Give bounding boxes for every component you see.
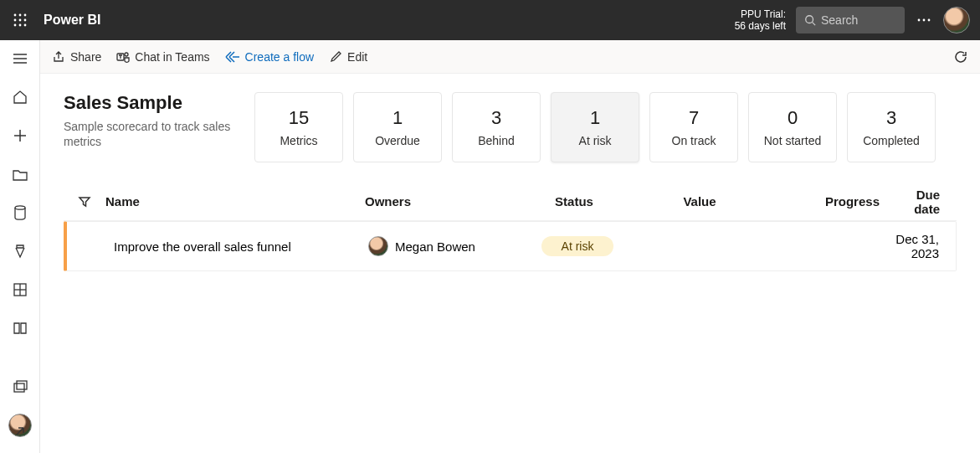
- share-icon: [52, 50, 65, 64]
- card-label: Behind: [478, 134, 515, 147]
- summary-card-at-risk[interactable]: 1At risk: [551, 92, 639, 162]
- trial-line1: PPU Trial:: [735, 8, 786, 20]
- svg-point-26: [125, 53, 128, 56]
- summary-card-not-started[interactable]: 0Not started: [748, 92, 837, 162]
- svg-rect-23: [14, 384, 24, 392]
- summary-card-completed[interactable]: 3Completed: [847, 92, 936, 162]
- main-area: Share Chat in Teams Create a flow Edit: [40, 40, 980, 453]
- card-value: 1: [590, 107, 600, 129]
- card-label: Overdue: [375, 134, 420, 147]
- chat-teams-label: Chat in Teams: [135, 50, 209, 64]
- card-label: At risk: [579, 134, 612, 147]
- apps-icon[interactable]: [7, 276, 33, 303]
- learn-icon[interactable]: [7, 315, 33, 342]
- create-flow-label: Create a flow: [245, 50, 314, 64]
- svg-point-9: [806, 16, 813, 23]
- svg-point-19: [15, 206, 25, 209]
- search-input[interactable]: [821, 13, 888, 27]
- card-value: 1: [393, 107, 403, 129]
- card-value: 15: [289, 107, 309, 129]
- table-header: Name Owners Status Value Progress Due da…: [64, 183, 957, 221]
- page-subtitle: Sample scorecard to track sales metrics: [64, 119, 239, 149]
- owner-avatar: [368, 236, 388, 256]
- chat-teams-button[interactable]: Chat in Teams: [116, 50, 209, 64]
- card-value: 3: [491, 107, 501, 129]
- svg-point-2: [24, 14, 27, 17]
- svg-point-6: [14, 24, 17, 27]
- user-avatar[interactable]: [943, 7, 970, 33]
- search-icon: [804, 14, 816, 26]
- svg-point-0: [14, 14, 17, 17]
- col-header-value[interactable]: Value: [637, 194, 762, 208]
- left-nav-rail: [0, 40, 40, 453]
- expand-rail-icon[interactable]: [7, 418, 33, 445]
- card-label: Not started: [764, 134, 821, 147]
- trial-line2: 56 days left: [735, 20, 786, 32]
- card-value: 0: [788, 107, 798, 129]
- col-header-owners[interactable]: Owners: [365, 194, 511, 208]
- summary-card-on-track[interactable]: 7On track: [649, 92, 738, 162]
- more-options-icon[interactable]: [916, 13, 931, 28]
- svg-point-7: [19, 24, 22, 27]
- edit-button[interactable]: Edit: [329, 50, 367, 64]
- svg-point-13: [928, 19, 931, 22]
- table-row[interactable]: Improve the overall sales funnelMegan Bo…: [64, 221, 957, 271]
- filter-icon[interactable]: [78, 195, 91, 208]
- content-area: Sales Sample Sample scorecard to track s…: [40, 74, 980, 453]
- summary-card-behind[interactable]: 3Behind: [452, 92, 541, 162]
- svg-rect-24: [17, 381, 27, 389]
- card-value: 3: [886, 107, 896, 129]
- create-flow-button[interactable]: Create a flow: [225, 50, 314, 64]
- summary-card-metrics[interactable]: 15Metrics: [254, 92, 343, 162]
- app-launcher-icon[interactable]: [7, 7, 33, 33]
- flow-icon: [225, 51, 240, 63]
- metrics-table: Name Owners Status Value Progress Due da…: [64, 183, 957, 271]
- workspaces-icon[interactable]: [7, 373, 33, 400]
- row-due-date: Dec 31, 2023: [891, 232, 956, 260]
- card-value: 7: [689, 107, 699, 129]
- svg-point-4: [19, 19, 22, 22]
- edit-icon: [329, 50, 342, 64]
- edit-label: Edit: [347, 50, 367, 64]
- browse-icon[interactable]: [7, 161, 33, 188]
- nav-toggle-icon[interactable]: [7, 45, 33, 72]
- card-label: Metrics: [280, 134, 317, 147]
- row-status: At risk: [515, 236, 640, 256]
- svg-line-10: [813, 23, 816, 26]
- owner-name: Megan Bowen: [395, 239, 475, 254]
- svg-point-12: [923, 19, 926, 22]
- top-bar: Power BI PPU Trial: 56 days left: [0, 0, 980, 40]
- card-label: Completed: [863, 134, 920, 147]
- status-pill: At risk: [541, 236, 614, 256]
- app-title: Power BI: [44, 13, 100, 28]
- col-header-status[interactable]: Status: [511, 194, 637, 208]
- home-icon[interactable]: [7, 84, 33, 111]
- svg-point-5: [24, 19, 27, 22]
- refresh-icon[interactable]: [953, 49, 968, 64]
- row-owner: Megan Bowen: [368, 236, 515, 256]
- summary-cards: 15Metrics1Overdue3Behind1At risk7On trac…: [254, 92, 936, 162]
- svg-point-3: [14, 19, 17, 22]
- metrics-icon[interactable]: [7, 238, 33, 265]
- search-box[interactable]: [796, 7, 905, 33]
- page-title: Sales Sample: [64, 92, 239, 114]
- data-hub-icon[interactable]: [7, 199, 33, 226]
- col-header-progress[interactable]: Progress: [762, 194, 888, 208]
- row-name: Improve the overall sales funnel: [109, 239, 368, 254]
- col-header-due[interactable]: Due date: [888, 188, 957, 216]
- share-button[interactable]: Share: [52, 50, 101, 64]
- teams-icon: [116, 50, 130, 64]
- trial-status[interactable]: PPU Trial: 56 days left: [735, 8, 786, 32]
- svg-point-8: [24, 24, 27, 27]
- command-bar: Share Chat in Teams Create a flow Edit: [40, 40, 980, 74]
- svg-point-11: [918, 19, 921, 22]
- svg-point-1: [19, 14, 22, 17]
- card-label: On track: [672, 134, 716, 147]
- summary-card-overdue[interactable]: 1Overdue: [353, 92, 442, 162]
- create-icon[interactable]: [7, 122, 33, 149]
- col-header-name[interactable]: Name: [105, 194, 365, 208]
- share-label: Share: [70, 50, 101, 64]
